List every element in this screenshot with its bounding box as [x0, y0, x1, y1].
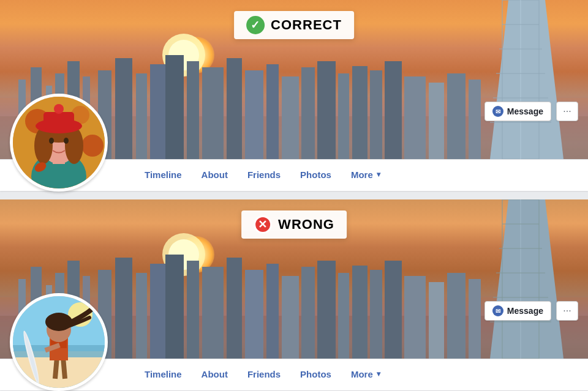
tab-about-wrong[interactable]: About [192, 359, 238, 391]
wrong-section: ✕ WRONG ✉ Message ··· [0, 199, 588, 391]
avatar-correct [10, 94, 108, 192]
message-btn-area-correct: ✉ Message ··· [484, 102, 578, 121]
svg-rect-24 [352, 66, 368, 159]
section-divider [0, 195, 588, 199]
svg-rect-11 [115, 58, 132, 159]
svg-point-43 [81, 135, 104, 157]
dots-label-wrong: ··· [563, 305, 571, 316]
svg-rect-67 [115, 258, 132, 359]
messenger-icon-wrong: ✉ [492, 305, 503, 316]
svg-rect-75 [266, 264, 279, 359]
avatar-wrong [10, 293, 108, 391]
correct-label: CORRECT [271, 17, 342, 33]
avatar-svg-correct [13, 97, 105, 188]
svg-rect-74 [245, 270, 263, 359]
svg-rect-79 [338, 273, 349, 359]
check-icon: ✓ [246, 16, 265, 34]
svg-rect-91 [404, 276, 426, 359]
svg-rect-17 [227, 58, 242, 159]
chevron-down-icon-wrong: ▾ [377, 370, 380, 378]
svg-rect-78 [317, 261, 336, 359]
svg-rect-69 [150, 264, 165, 359]
svg-rect-68 [136, 273, 147, 359]
dots-button-wrong[interactable]: ··· [556, 301, 578, 321]
svg-point-54 [64, 138, 69, 144]
svg-rect-25 [370, 70, 382, 159]
svg-rect-93 [447, 273, 466, 359]
svg-rect-73 [227, 258, 242, 359]
tab-friends-correct[interactable]: Friends [238, 160, 290, 192]
svg-rect-92 [429, 282, 444, 359]
svg-rect-82 [385, 261, 402, 359]
svg-rect-20 [282, 76, 299, 159]
tab-photos-correct[interactable]: Photos [290, 160, 341, 192]
wrong-label: WRONG [278, 217, 334, 233]
x-icon: ✕ [254, 215, 272, 234]
svg-rect-22 [317, 61, 336, 159]
svg-rect-37 [447, 73, 466, 159]
svg-rect-13 [150, 64, 165, 159]
svg-rect-81 [370, 270, 382, 359]
message-button-wrong[interactable]: ✉ Message [484, 301, 551, 321]
correct-section: ✓ CORRECT ✉ Message ··· [0, 0, 588, 195]
message-label-wrong: Message [507, 306, 543, 316]
svg-rect-80 [352, 266, 368, 359]
svg-rect-18 [245, 70, 263, 159]
svg-rect-12 [136, 73, 147, 159]
svg-rect-38 [469, 80, 481, 159]
svg-point-53 [49, 138, 54, 144]
svg-rect-19 [266, 64, 279, 159]
svg-rect-71 [187, 261, 199, 359]
tab-timeline-correct[interactable]: Timeline [135, 160, 192, 192]
chevron-down-icon-correct: ▾ [377, 170, 380, 179]
svg-rect-15 [187, 61, 199, 159]
tab-photos-wrong[interactable]: Photos [290, 359, 341, 391]
message-button-correct[interactable]: ✉ Message [484, 102, 551, 121]
svg-marker-83 [490, 199, 564, 359]
message-label-correct: Message [507, 106, 543, 116]
svg-rect-35 [404, 76, 426, 159]
wrong-badge: ✕ WRONG [241, 210, 347, 239]
svg-rect-94 [469, 279, 481, 359]
svg-rect-36 [429, 83, 444, 159]
dots-button-correct[interactable]: ··· [556, 102, 578, 121]
tab-more-correct[interactable]: More ▾ [341, 160, 390, 192]
message-btn-area-wrong: ✉ Message ··· [484, 301, 578, 321]
svg-rect-76 [282, 276, 299, 359]
svg-rect-70 [165, 255, 184, 359]
svg-rect-14 [165, 55, 184, 159]
svg-rect-26 [385, 61, 402, 159]
svg-rect-51 [43, 112, 74, 129]
avatar-svg-wrong [13, 296, 105, 388]
tab-about-correct[interactable]: About [192, 160, 238, 192]
correct-badge: ✓ CORRECT [234, 11, 354, 39]
svg-rect-23 [338, 73, 349, 159]
dots-label-correct: ··· [563, 106, 571, 117]
messenger-icon-correct: ✉ [492, 106, 503, 117]
tab-more-wrong[interactable]: More ▾ [341, 359, 390, 391]
svg-marker-27 [490, 0, 564, 159]
svg-rect-77 [301, 267, 315, 359]
svg-rect-21 [301, 67, 315, 159]
svg-rect-16 [202, 67, 224, 159]
tab-friends-wrong[interactable]: Friends [238, 359, 290, 391]
tab-timeline-wrong[interactable]: Timeline [135, 359, 192, 391]
svg-point-52 [54, 104, 64, 114]
svg-rect-72 [202, 267, 224, 359]
